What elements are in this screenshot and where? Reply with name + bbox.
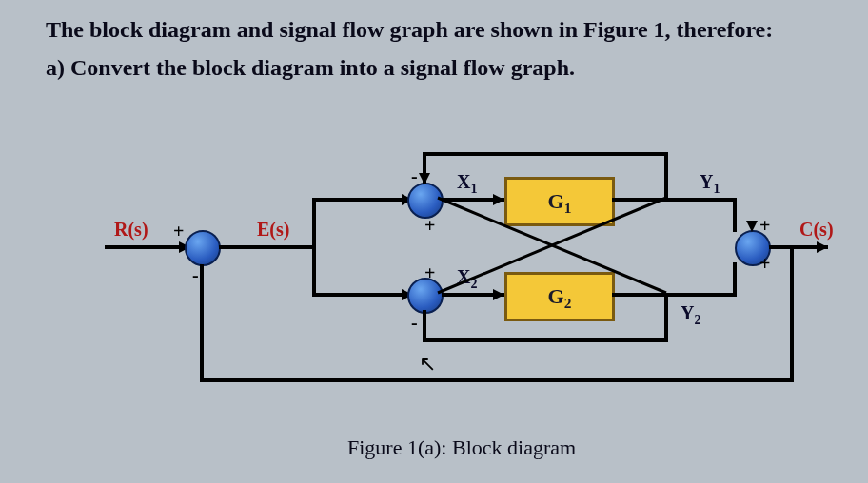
- prompt-line-1: The block diagram and signal flow graph …: [46, 17, 773, 43]
- signal-label-E: E(s): [257, 219, 289, 241]
- cross-feedback-icon: [438, 198, 666, 297]
- figure-caption: Figure 1(a): Block diagram: [347, 435, 576, 460]
- wire: [664, 293, 668, 342]
- arrow-icon: [746, 221, 758, 232]
- lbl: X: [457, 171, 470, 192]
- block-diagram: R(s) + - E(s) + - + - X1 X2: [105, 143, 828, 409]
- arrow-icon: [419, 173, 430, 184]
- wire: [312, 198, 405, 202]
- wire: [312, 198, 316, 297]
- sign-plus: +: [424, 262, 435, 284]
- wire: [423, 338, 668, 342]
- signal-label-R: R(s): [114, 219, 148, 241]
- sign-plus: +: [760, 253, 770, 275]
- cursor-icon: ↖: [419, 352, 436, 377]
- sign-minus: -: [192, 264, 199, 286]
- wire: [105, 245, 183, 249]
- wire: [423, 310, 426, 342]
- lbl-sub: 1: [470, 182, 477, 196]
- lbl-sub: 2: [564, 295, 572, 311]
- lbl-sub: 2: [694, 313, 700, 327]
- wire: [200, 264, 204, 382]
- signal-label-X1: X1: [457, 171, 477, 197]
- signal-label-Y2: Y2: [681, 302, 700, 328]
- sign-minus: -: [411, 165, 418, 187]
- wire: [733, 198, 737, 232]
- wire: [733, 262, 737, 297]
- summing-junction-1: [185, 230, 221, 266]
- arrow-icon: [817, 242, 828, 253]
- wire: [312, 293, 405, 297]
- wire: [790, 245, 794, 382]
- signal-label-C: C(s): [799, 219, 834, 241]
- signal-label-Y1: Y1: [700, 171, 720, 197]
- wire: [200, 378, 794, 382]
- wire: [423, 152, 668, 156]
- page: The block diagram and signal flow graph …: [0, 0, 868, 483]
- sign-plus: +: [424, 215, 435, 237]
- lbl: Y: [700, 171, 713, 192]
- lbl: Y: [681, 302, 694, 323]
- prompt-line-2: a) Convert the block diagram into a sign…: [46, 55, 575, 81]
- sign-minus: -: [411, 312, 418, 334]
- wire: [664, 152, 668, 202]
- wire: [219, 245, 314, 249]
- lbl-sub: 1: [713, 182, 720, 196]
- sign-plus: +: [173, 221, 184, 242]
- sign-plus: +: [760, 215, 770, 237]
